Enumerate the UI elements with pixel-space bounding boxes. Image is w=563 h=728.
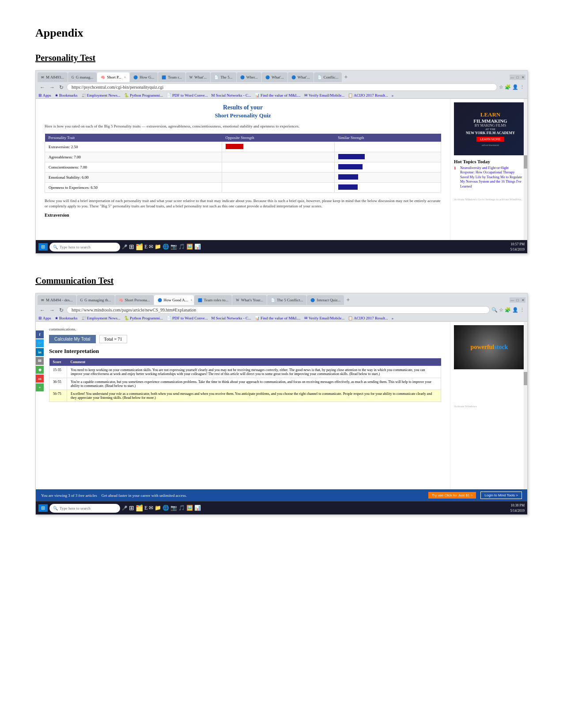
tab-short-personality[interactable]: 🧠 Short P... × [97,72,129,82]
new-tab-button[interactable]: + [342,74,349,81]
bm-social[interactable]: M Social Networks - C... [211,93,251,98]
reload-btn-2[interactable]: ↻ [58,307,65,314]
taskbar2-app-3[interactable]: E [144,505,147,511]
mic-icon-1[interactable]: 🎤 [122,244,127,249]
bm2-verify[interactable]: ✉ Verify Email/Mobile... [304,316,345,320]
taskbar2-app-8[interactable]: 🎵 [178,505,185,511]
hot-topic-text-1[interactable]: Neurodiversity and Fight-or-flight Respo… [460,166,524,189]
taskbar2-app-1[interactable]: ⊞ [129,504,134,512]
forward-btn-2[interactable]: → [48,307,56,314]
tab-what2[interactable]: 🔵 What'... [262,72,287,82]
tab-conflic[interactable]: 📄 Conflic... [314,72,342,82]
taskbar-search-1[interactable]: 🔍 Type here to search [49,243,120,251]
back-btn-1[interactable]: ← [38,84,46,91]
reload-btn-1[interactable]: ↻ [58,84,65,91]
tab-what3[interactable]: 🔵 What'... [288,72,314,82]
address-input-2[interactable]: https://www.mindtools.com/pages/article/… [67,306,490,314]
tab2-interact[interactable]: 🔵 Interact Quiz... [307,295,344,305]
taskbar-app-4[interactable]: ✉ [149,244,153,250]
taskbar-app-1[interactable]: ⊞ [129,243,134,251]
pinterest-icon[interactable]: P [527,134,528,142]
facebook-icon-left[interactable]: f [36,330,44,338]
bookmark-star-icon[interactable]: ☆ [499,84,503,90]
tab-team[interactable]: 🟦 Team r... [158,72,185,82]
taskbar-app-7[interactable]: 📷 [170,244,177,250]
close-btn[interactable]: ✕ [520,75,525,80]
bm2-employment[interactable]: 📰 Employment News... [81,316,121,320]
email-icon-left[interactable]: ✉ [36,357,44,365]
bookmarks-more-2[interactable]: » [392,316,394,320]
start-btn-1[interactable]: ⊞ [38,243,48,251]
menu-icon[interactable]: ⋮ [520,84,525,90]
new-tab-button-2[interactable]: + [344,296,351,304]
tab2-how-good[interactable]: 🔵 How Good A... × [154,295,194,305]
tab2-gmail[interactable]: ✉ M A8494 - des... [38,295,76,305]
extensions-icon[interactable]: 🧩 [505,84,511,90]
bm2-bookmarks[interactable]: ★ Bookmarks [55,316,78,320]
more-share-icon[interactable]: + [527,143,528,151]
email-share-icon[interactable]: ✉ [527,125,528,133]
tab2-short[interactable]: 🧠 Short Persona... [115,295,154,305]
bm-python[interactable]: 🐍 Python Programmi... [124,93,163,98]
taskbar2-app-6[interactable]: 🌐 [162,505,169,511]
twitter-icon[interactable]: 🐦 [527,108,528,116]
red-icon-left[interactable]: m [36,375,44,383]
maximize-btn[interactable]: □ [515,75,520,80]
try-clm-btn[interactable]: Try use Click for Just $1 > [428,492,476,499]
taskbar-app-9[interactable]: 🖼️ [186,244,193,250]
tab2-google[interactable]: G G managing th... [77,295,115,305]
google-plus-icon[interactable]: g [527,116,528,124]
back-btn-2[interactable]: ← [38,307,46,314]
minimize-btn-2[interactable]: — [510,297,515,303]
taskbar2-app-2[interactable]: 🗂️ [136,504,143,512]
tab-wher[interactable]: 🔵 Wher... [237,72,261,82]
extensions-icon-2[interactable]: 🧩 [505,307,511,313]
tab-the5[interactable]: 📄 The 5... [211,72,236,82]
bm-bookmarks[interactable]: ★ Bookmarks [55,93,78,98]
login-mindtools-btn[interactable]: Login to Mind Tools > [480,492,522,499]
start-btn-2[interactable]: ⊞ [38,504,48,512]
bm2-apps[interactable]: ⊞ Apps [38,316,51,320]
bookmark-star-icon-2[interactable]: ☆ [499,307,503,313]
bm-verify[interactable]: ✉ Verify Email/Mobile... [304,93,345,98]
address-input-1[interactable]: https://psychcentral.com/cgi-bin/persona… [67,83,497,91]
taskbar-search-2[interactable]: 🔍 Type here to search [49,504,120,513]
mic-icon-2[interactable]: 🎤 [122,506,127,510]
tab-what[interactable]: W What'... [186,72,210,82]
forward-btn-1[interactable]: → [48,84,56,91]
bm2-python[interactable]: 🐍 Python Programmi... [124,316,163,320]
taskbar2-app-4[interactable]: ✉ [149,505,153,511]
maximize-btn-2[interactable]: □ [515,297,520,303]
tab-gmail[interactable]: ✉ M A8493... [38,72,68,82]
tab2-whats[interactable]: W What's Your... [232,295,267,305]
search-lens-icon[interactable]: 🔍 [491,307,498,313]
bm2-pdf[interactable]: 📄 PDF to Word Conve... [166,316,208,320]
taskbar-app-3[interactable]: E [144,244,147,250]
taskbar2-app-9[interactable]: 🖼️ [186,505,193,511]
taskbar2-app-5[interactable]: 📁 [155,505,161,511]
bm2-acijo[interactable]: 📋 ACIJO 2017 Result... [348,316,388,320]
scroll-bar-1[interactable] [524,99,527,240]
facebook-icon[interactable]: f [527,99,528,107]
taskbar-app-8[interactable]: 🎵 [178,244,185,250]
linkedin-icon-left[interactable]: in [36,348,44,356]
calculate-btn[interactable]: Calculate My Total [49,335,96,343]
taskbar-app-2[interactable]: 🗂️ [136,243,143,251]
tab2-5conflict[interactable]: 📄 The 5 Conflict... [267,295,306,305]
bm-find[interactable]: 📊 Find the value of M&L... [255,93,301,98]
learn-more-btn[interactable]: LEARN MORE [476,137,504,142]
bm-acijo[interactable]: 📋 ACIJO 2017 Result... [348,93,388,98]
tab-how-g[interactable]: 🔵 How G... [130,72,158,82]
twitter-icon-left[interactable]: 🐦 [36,339,44,347]
scroll-bar-2[interactable] [524,322,527,489]
bm2-social[interactable]: M Social Networks - C... [211,316,251,320]
taskbar-app-5[interactable]: 📁 [155,244,161,250]
menu-icon-2[interactable]: ⋮ [520,307,525,313]
close-btn-2[interactable]: ✕ [520,297,525,303]
bm-apps[interactable]: ⊞ Apps [38,93,51,98]
taskbar-app-6[interactable]: 🌐 [162,244,169,250]
tab2-team[interactable]: 🟦 Team roles to... [194,295,232,305]
green-icon-left[interactable]: ◆ [36,366,44,374]
bm-employment[interactable]: 📰 Employment News... [81,93,121,98]
taskbar2-app-7[interactable]: 📷 [170,505,177,511]
